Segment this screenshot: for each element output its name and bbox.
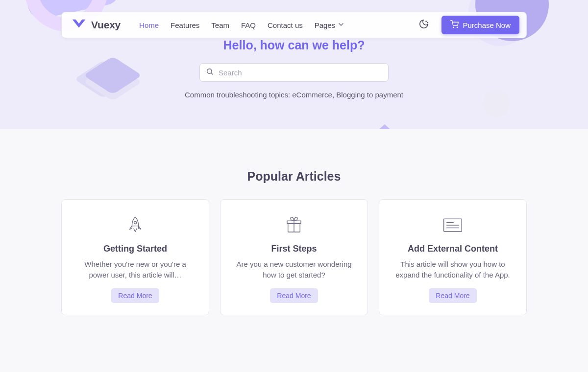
article-icon — [391, 213, 514, 237]
nav-link-features[interactable]: Features — [171, 21, 199, 29]
svg-line-1 — [211, 73, 213, 74]
articles-section: Popular Articles Getting Started Whether… — [0, 129, 588, 345]
nav-link-home[interactable]: Home — [139, 21, 159, 29]
svg-point-2 — [426, 21, 426, 22]
navbar: Vuexy Home Features Team FAQ Contact us … — [61, 12, 527, 38]
chevron-down-icon — [337, 21, 345, 30]
brand-logo-icon — [72, 19, 86, 31]
nav-links: Home Features Team FAQ Contact us Pages — [139, 21, 345, 30]
search-input-wrap[interactable] — [199, 63, 389, 82]
articles-title: Popular Articles — [61, 169, 527, 184]
svg-point-4 — [453, 27, 454, 27]
decor-circle-small — [483, 90, 510, 117]
nav-link-team[interactable]: Team — [211, 21, 229, 29]
read-more-button[interactable]: Read More — [270, 288, 318, 303]
card-desc: Are you a new customer wondering how to … — [232, 259, 356, 280]
nav-link-pages-label: Pages — [315, 21, 336, 29]
article-card: Add External Content This article will s… — [379, 199, 527, 315]
brand-name: Vuexy — [91, 19, 121, 31]
read-more-button[interactable]: Read More — [111, 288, 159, 303]
purchase-button[interactable]: Purchase Now — [441, 16, 519, 34]
theme-toggle[interactable] — [415, 16, 433, 34]
card-title: Getting Started — [74, 244, 197, 254]
brand[interactable]: Vuexy — [72, 19, 121, 31]
article-card: Getting Started Whether you're new or yo… — [61, 199, 209, 315]
gift-icon — [232, 213, 356, 237]
read-more-button[interactable]: Read More — [429, 288, 476, 303]
svg-point-3 — [427, 23, 428, 23]
cart-icon — [450, 20, 459, 30]
card-title: First Steps — [232, 244, 356, 254]
moon-icon — [418, 19, 429, 31]
decor-cube — [83, 56, 142, 94]
card-desc: This article will show you how to expand… — [391, 259, 514, 280]
purchase-button-label: Purchase Now — [463, 21, 511, 29]
svg-point-6 — [134, 222, 137, 224]
rocket-icon — [74, 213, 197, 237]
svg-point-5 — [457, 27, 458, 27]
nav-link-contact[interactable]: Contact us — [268, 21, 303, 29]
nav-link-faq[interactable]: FAQ — [241, 21, 256, 29]
nav-link-pages[interactable]: Pages — [315, 21, 345, 30]
decor-triangle — [363, 124, 407, 129]
card-desc: Whether you're new or you're a power use… — [74, 259, 197, 280]
article-card: First Steps Are you a new customer wonde… — [220, 199, 368, 315]
search-icon — [206, 68, 214, 77]
search-input[interactable] — [219, 69, 382, 77]
cards-row: Getting Started Whether you're new or yo… — [61, 199, 527, 315]
card-title: Add External Content — [391, 244, 514, 254]
